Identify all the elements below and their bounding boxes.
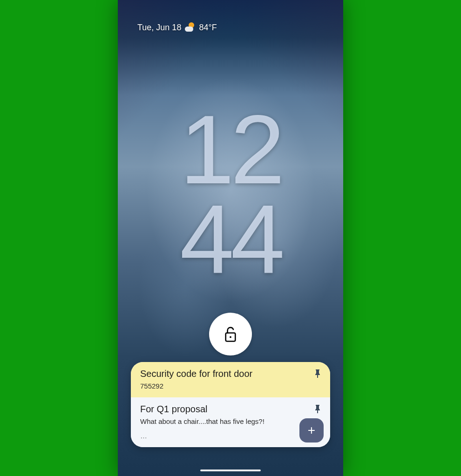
note-title: Security code for front door bbox=[140, 369, 321, 379]
note-body: 755292 bbox=[140, 382, 321, 390]
status-row[interactable]: Tue, Jun 18 84°F bbox=[137, 22, 217, 33]
plus-icon: + bbox=[308, 424, 315, 437]
unlock-icon bbox=[223, 326, 238, 342]
pin-icon bbox=[314, 405, 321, 415]
note-item[interactable]: For Q1 proposal What about a chair....th… bbox=[131, 397, 330, 447]
notes-widget[interactable]: Security code for front door 755292 For … bbox=[131, 362, 330, 447]
temperature-label: 84°F bbox=[199, 23, 217, 33]
clock-hour: 12 bbox=[118, 105, 343, 194]
note-title: For Q1 proposal bbox=[140, 404, 321, 415]
clock-minute: 44 bbox=[118, 194, 343, 284]
weather-partly-cloudy-icon bbox=[185, 22, 195, 33]
phone-lockscreen: Tue, Jun 18 84°F 12 44 Security code for… bbox=[118, 0, 343, 476]
unlock-button[interactable] bbox=[209, 313, 252, 355]
date-label: Tue, Jun 18 bbox=[137, 23, 181, 33]
add-note-button[interactable]: + bbox=[299, 418, 324, 442]
pin-icon bbox=[314, 369, 321, 380]
note-item[interactable]: Security code for front door 755292 bbox=[131, 362, 330, 397]
svg-point-1 bbox=[230, 336, 231, 338]
note-body: What about a chair....that has five legs… bbox=[140, 417, 321, 425]
clock-widget[interactable]: 12 44 bbox=[118, 105, 343, 284]
note-more: … bbox=[140, 432, 321, 440]
home-indicator[interactable] bbox=[200, 469, 261, 471]
